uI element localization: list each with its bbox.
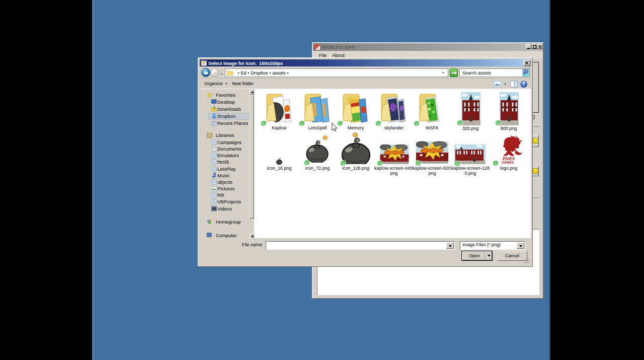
- svg-text:GAMES: GAMES: [502, 161, 514, 164]
